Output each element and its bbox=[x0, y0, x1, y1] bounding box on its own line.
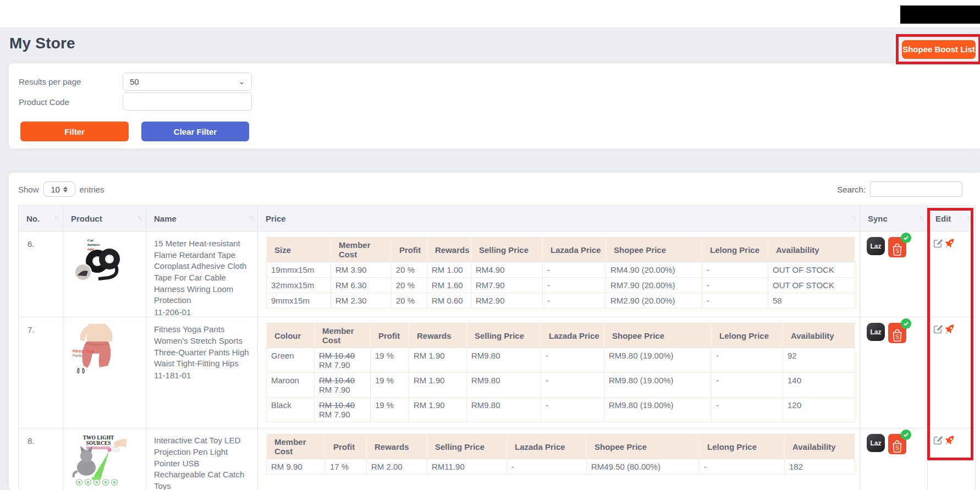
variant-cell: 19 % bbox=[371, 348, 409, 373]
variant-cell: 58 bbox=[768, 293, 855, 309]
rocket-boost-icon[interactable] bbox=[945, 324, 955, 334]
rocket-boost-icon[interactable] bbox=[945, 436, 955, 445]
variant-price-table: ColourMember CostProfitRewardsSelling Pr… bbox=[266, 323, 855, 422]
column-header-price[interactable]: Price↑↓ bbox=[258, 206, 860, 232]
sort-arrows-icon[interactable]: ↑↓ bbox=[249, 214, 253, 222]
shopee-sync-icon[interactable]: S bbox=[888, 237, 906, 257]
shopee-sync-icon[interactable]: S bbox=[888, 434, 906, 454]
cell-value: 58 bbox=[773, 296, 850, 305]
lazada-sync-icon[interactable]: Laz bbox=[867, 237, 885, 255]
product-name[interactable]: 15 Meter Heat-resistant Flame Retardant … bbox=[154, 238, 250, 306]
cell-value: RM9.80 bbox=[471, 400, 536, 410]
cell-value: RM 1.00 bbox=[432, 265, 466, 274]
price-column-rewards: Rewards bbox=[427, 238, 471, 262]
sort-arrows-icon[interactable]: ↑↓ bbox=[54, 214, 58, 222]
cell-value: RM4.90 (20.00%) bbox=[610, 265, 697, 274]
shopee-sync-icon[interactable]: S bbox=[888, 323, 906, 343]
cell-value: 17 % bbox=[330, 462, 362, 471]
product-name[interactable]: Fitness Yoga Pants Women's Stretch Sport… bbox=[154, 324, 250, 370]
column-header-edit[interactable]: Edit↑↓ bbox=[928, 206, 976, 232]
lazada-sync-icon[interactable]: Laz bbox=[867, 323, 885, 341]
price-column-selling-price: Selling Price bbox=[427, 434, 507, 459]
svg-text:S: S bbox=[895, 334, 899, 340]
filter-panel: Results per page 50 ⌄ Product Code Filte… bbox=[9, 63, 980, 148]
variant-row: RM 9.9017 %RM 2.00RM11.90-RM49.50 (80.00… bbox=[267, 459, 855, 475]
cell-value: - bbox=[546, 400, 599, 410]
variant-cell: RM 1.60 bbox=[427, 278, 471, 293]
cell-value: RM 2.00 bbox=[371, 462, 422, 471]
variant-cell: RM4.90 bbox=[471, 262, 543, 278]
cell-value: 19 % bbox=[375, 351, 404, 360]
variant-row: MaroonRM 10.40RM 7.9019 %RM 1.90RM9.80-R… bbox=[267, 373, 855, 398]
edit-pencil-icon[interactable] bbox=[933, 436, 943, 445]
product-name-cell: Interactive Cat Toy LED Projection Pen L… bbox=[146, 428, 258, 490]
product-image-cell: TWO LIGHTSOURCES bbox=[63, 428, 146, 490]
variant-cell: - bbox=[702, 262, 768, 278]
cell-value: RM2.90 (20.00%) bbox=[610, 296, 697, 305]
products-table: No.↑↓Product↑↓Name↑↓Price↑↓Sync↑↓Edit↑↓ … bbox=[18, 205, 976, 490]
column-header-sync[interactable]: Sync↑↓ bbox=[860, 206, 928, 232]
clear-filter-button[interactable]: Clear Filter bbox=[141, 122, 249, 141]
filter-button[interactable]: Filter bbox=[20, 122, 129, 141]
cell-value: RM 2.30 bbox=[335, 296, 387, 305]
cat-toy-photo[interactable]: TWO LIGHTSOURCES bbox=[71, 433, 146, 488]
sync-success-check-icon bbox=[901, 318, 911, 329]
results-per-page-select[interactable]: 50 ⌄ bbox=[123, 73, 252, 91]
variant-cell: Black bbox=[267, 398, 315, 422]
table-row: 7. Fitness YogaPants Fitness Yoga Pants … bbox=[19, 317, 976, 428]
sort-arrows-icon[interactable]: ↑↓ bbox=[137, 214, 141, 222]
product-name[interactable]: Interactive Cat Toy LED Projection Pen L… bbox=[154, 435, 250, 490]
cell-value: OUT OF STOCK bbox=[773, 280, 850, 290]
cell-value: RM9.80 bbox=[471, 351, 536, 360]
column-header-product[interactable]: Product↑↓ bbox=[63, 206, 146, 232]
page-size-select[interactable]: 10 bbox=[43, 181, 75, 197]
svg-text:S: S bbox=[895, 248, 899, 254]
sort-arrows-icon[interactable]: ↑↓ bbox=[851, 214, 855, 222]
column-header-name[interactable]: Name↑↓ bbox=[146, 206, 258, 232]
cell-value: - bbox=[716, 400, 778, 410]
results-per-page-value: 50 bbox=[130, 77, 139, 86]
sort-arrows-icon[interactable]: ↑↓ bbox=[966, 214, 971, 222]
cell-value: 20 % bbox=[396, 296, 422, 305]
cell-value: 32mmx15m bbox=[271, 280, 326, 290]
variant-cell: RM 10.40RM 7.90 bbox=[315, 398, 371, 422]
cell-value: - bbox=[716, 351, 778, 360]
variant-cell: RM 6.30 bbox=[331, 278, 392, 293]
shopee-boost-list-button[interactable]: Shopee Boost List bbox=[902, 40, 976, 59]
yoga-pants-photo[interactable]: Fitness YogaPants bbox=[71, 322, 146, 389]
row-number: 8. bbox=[19, 428, 63, 490]
variant-cell: RM7.90 (20.00%) bbox=[606, 278, 702, 293]
variant-cell: - bbox=[543, 262, 606, 278]
product-image-cell: Fitness YogaPants bbox=[63, 317, 146, 428]
cell-value: 19 % bbox=[375, 400, 404, 410]
cell-value: RM 1.90 bbox=[414, 376, 462, 385]
variant-cell: RM 10.40RM 7.90 bbox=[315, 373, 371, 398]
price-column-shopee-price: Shopee Price bbox=[587, 434, 700, 459]
product-code-input[interactable] bbox=[123, 92, 252, 111]
product-image-cell: Carharnesstape bbox=[63, 232, 146, 317]
rocket-boost-icon[interactable] bbox=[945, 239, 955, 249]
cell-value: RM 1.90 bbox=[414, 400, 462, 410]
edit-pencil-icon[interactable] bbox=[933, 239, 943, 249]
table-row: 8. TWO LIGHTSOURCES Interactive Cat Toy … bbox=[19, 428, 976, 490]
redacted-account-area bbox=[900, 5, 980, 24]
variant-cell: - bbox=[543, 293, 606, 309]
column-header-no[interactable]: No.↑↓ bbox=[19, 206, 63, 232]
product-code: 11-206-01 bbox=[154, 307, 250, 317]
sort-arrows-icon[interactable]: ↑↓ bbox=[918, 214, 923, 222]
row-number: 7. bbox=[19, 317, 63, 428]
product-name-cell: Fitness Yoga Pants Women's Stretch Sport… bbox=[146, 317, 258, 428]
price-cell: SizeMember CostProfitRewardsSelling Pric… bbox=[258, 232, 860, 317]
variant-cell: - bbox=[541, 398, 604, 422]
price-column-rewards: Rewards bbox=[367, 434, 427, 459]
search-input[interactable] bbox=[870, 181, 962, 197]
tape-rolls-photo[interactable]: Carharnesstape bbox=[71, 236, 146, 288]
entries-label: entries bbox=[80, 185, 104, 194]
price-column-selling-price: Selling Price bbox=[471, 238, 543, 262]
column-header-label: Name bbox=[154, 214, 177, 223]
variant-row: 9mmx15mRM 2.3020 %RM 0.60RM2.90-RM2.90 (… bbox=[267, 293, 855, 309]
variant-row: 19mmx15mRM 3.9020 %RM 1.00RM4.90-RM4.90 … bbox=[267, 262, 855, 278]
lazada-sync-icon[interactable]: Laz bbox=[867, 434, 885, 452]
price-column-selling-price: Selling Price bbox=[467, 323, 541, 348]
edit-pencil-icon[interactable] bbox=[933, 324, 943, 334]
